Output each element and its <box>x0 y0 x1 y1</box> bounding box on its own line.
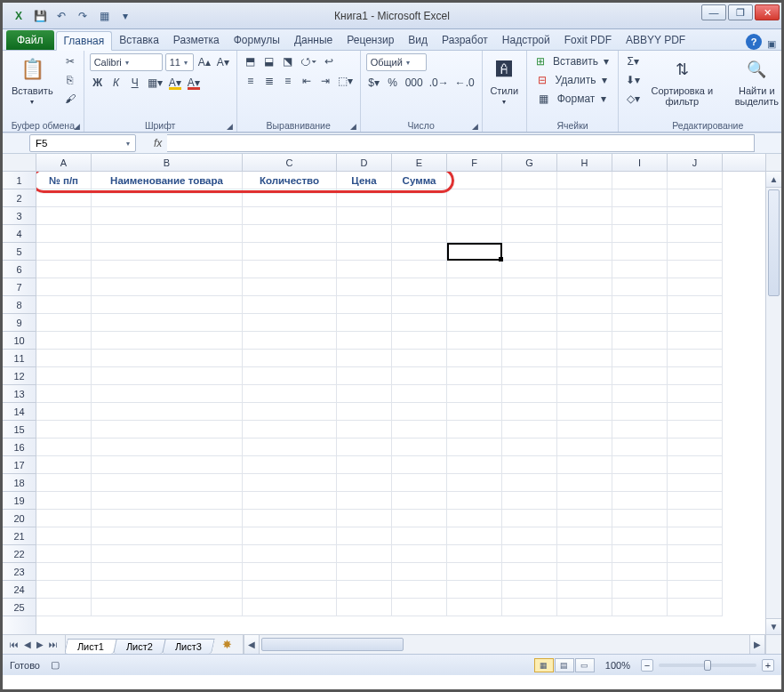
cell[interactable] <box>392 510 447 527</box>
cell[interactable] <box>668 296 723 314</box>
cell[interactable] <box>668 581 723 599</box>
row-header[interactable]: 25 <box>3 599 36 616</box>
cell[interactable] <box>392 350 447 367</box>
cell[interactable] <box>668 367 723 385</box>
increase-font-icon[interactable]: A▴ <box>196 54 212 70</box>
cell[interactable] <box>447 385 502 403</box>
cell[interactable] <box>612 225 668 243</box>
cell[interactable] <box>337 350 392 367</box>
tab-nav-last-icon[interactable]: ⏭ <box>47 640 60 649</box>
tab-foxit[interactable]: Foxit PDF <box>557 30 619 50</box>
cell[interactable] <box>337 332 392 350</box>
cell[interactable] <box>337 456 392 474</box>
increase-decimal-icon[interactable]: .0→ <box>428 75 451 91</box>
row-header[interactable]: 22 <box>3 545 36 563</box>
sort-filter-button[interactable]: ⇅ Сортировка и фильтр <box>647 53 716 109</box>
autosum-icon[interactable]: Σ▾ <box>624 53 642 69</box>
cell[interactable] <box>612 421 668 439</box>
dialog-launcher-icon[interactable]: ◢ <box>350 122 356 131</box>
decrease-font-icon[interactable]: A▾ <box>215 54 231 70</box>
cell[interactable] <box>502 225 557 243</box>
cell[interactable] <box>392 207 447 225</box>
cell[interactable] <box>392 403 447 421</box>
cell[interactable] <box>502 207 557 225</box>
cell[interactable] <box>557 545 612 563</box>
cell[interactable] <box>337 439 392 456</box>
cell[interactable] <box>557 385 612 403</box>
cell[interactable] <box>36 243 92 261</box>
cell[interactable] <box>92 332 243 350</box>
tab-addins[interactable]: Надстрой <box>495 30 557 50</box>
cell[interactable] <box>243 207 337 225</box>
cell[interactable] <box>612 563 668 581</box>
cell[interactable] <box>612 243 668 261</box>
cell[interactable] <box>243 545 337 563</box>
cell[interactable] <box>668 563 723 581</box>
cell[interactable] <box>337 510 392 527</box>
cell[interactable] <box>557 439 612 456</box>
cell[interactable] <box>92 599 243 616</box>
cell[interactable] <box>243 492 337 510</box>
zoom-thumb[interactable] <box>704 660 711 671</box>
sheet-tab[interactable]: Лист3 <box>162 639 215 654</box>
cell[interactable] <box>612 439 668 456</box>
row-header[interactable]: 10 <box>3 332 36 350</box>
tab-nav-first-icon[interactable]: ⏮ <box>8 640 20 649</box>
cell[interactable] <box>447 350 502 367</box>
cell[interactable] <box>36 403 92 421</box>
cell[interactable] <box>243 474 337 492</box>
find-select-button[interactable]: 🔍 Найти и выделить <box>722 53 784 109</box>
cell[interactable] <box>36 527 92 545</box>
cell[interactable] <box>243 403 337 421</box>
cell[interactable] <box>92 189 243 207</box>
cell[interactable] <box>557 492 612 510</box>
cell[interactable] <box>612 403 668 421</box>
cell[interactable] <box>243 385 337 403</box>
row-header[interactable]: 1 <box>3 172 36 189</box>
col-header[interactable]: A <box>36 154 92 171</box>
cell[interactable] <box>668 314 723 332</box>
paste-button[interactable]: 📋 Вставить ▾ <box>8 53 57 108</box>
cell[interactable] <box>612 456 668 474</box>
tab-view[interactable]: Вид <box>401 30 435 50</box>
macro-record-icon[interactable]: ▢ <box>51 659 60 671</box>
cell[interactable] <box>392 599 447 616</box>
cell[interactable] <box>502 545 557 563</box>
cell[interactable] <box>392 421 447 439</box>
cell[interactable] <box>557 189 612 207</box>
cell[interactable] <box>337 278 392 296</box>
cell[interactable] <box>502 599 557 616</box>
cell[interactable] <box>668 225 723 243</box>
cell[interactable] <box>557 474 612 492</box>
align-left-icon[interactable]: ≡ <box>243 73 259 89</box>
dialog-launcher-icon[interactable]: ◢ <box>472 122 478 131</box>
cell[interactable] <box>447 367 502 385</box>
cell[interactable] <box>668 332 723 350</box>
cell[interactable] <box>92 243 243 261</box>
cell[interactable] <box>557 278 612 296</box>
row-header[interactable]: 8 <box>3 296 36 314</box>
cut-icon[interactable]: ✂ <box>62 53 78 69</box>
cell[interactable] <box>668 278 723 296</box>
cell[interactable] <box>668 474 723 492</box>
cell[interactable] <box>92 225 243 243</box>
cell[interactable] <box>92 439 243 456</box>
cell[interactable] <box>668 599 723 616</box>
cell[interactable] <box>243 456 337 474</box>
cell[interactable] <box>447 474 502 492</box>
align-center-icon[interactable]: ≣ <box>261 73 277 89</box>
cell[interactable] <box>447 296 502 314</box>
cell[interactable] <box>92 421 243 439</box>
cell[interactable] <box>337 563 392 581</box>
row-header[interactable]: 4 <box>3 225 36 243</box>
cell[interactable]: Сумма <box>392 172 447 189</box>
cell[interactable] <box>243 510 337 527</box>
scroll-up-icon[interactable]: ▲ <box>766 172 781 188</box>
cell[interactable] <box>36 367 92 385</box>
new-sheet-icon[interactable]: ✸ <box>218 635 236 654</box>
cell[interactable] <box>243 314 337 332</box>
col-header[interactable]: C <box>243 154 337 171</box>
cell[interactable] <box>337 296 392 314</box>
row-header[interactable]: 3 <box>3 207 36 225</box>
cell[interactable] <box>447 243 502 261</box>
